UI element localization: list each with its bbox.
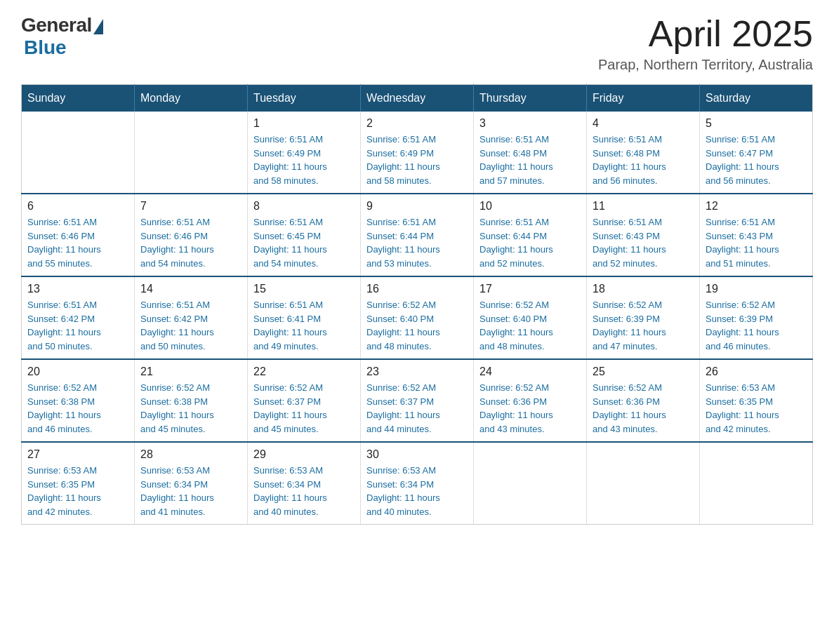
day-info: Sunrise: 6:52 AMSunset: 6:36 PMDaylight:… — [593, 381, 694, 436]
day-number: 7 — [140, 200, 241, 213]
day-info: Sunrise: 6:53 AMSunset: 6:34 PMDaylight:… — [366, 464, 468, 518]
calendar-cell: 18Sunrise: 6:52 AMSunset: 6:39 PMDayligh… — [587, 276, 700, 359]
calendar-cell — [22, 112, 135, 194]
logo: General Blue — [21, 14, 103, 59]
day-number: 13 — [27, 283, 128, 295]
day-info: Sunrise: 6:53 AMSunset: 6:34 PMDaylight:… — [253, 464, 355, 518]
calendar-cell: 16Sunrise: 6:52 AMSunset: 6:40 PMDayligh… — [361, 276, 474, 359]
calendar-cell: 9Sunrise: 6:51 AMSunset: 6:44 PMDaylight… — [361, 194, 474, 276]
calendar-cell — [587, 442, 700, 525]
day-number: 29 — [253, 448, 355, 461]
calendar-cell: 3Sunrise: 6:51 AMSunset: 6:48 PMDaylight… — [474, 112, 587, 194]
calendar-table: SundayMondayTuesdayWednesdayThursdayFrid… — [21, 84, 813, 525]
calendar-cell: 25Sunrise: 6:52 AMSunset: 6:36 PMDayligh… — [587, 359, 700, 442]
calendar-week-1: 1Sunrise: 6:51 AMSunset: 6:49 PMDaylight… — [22, 112, 813, 194]
day-info: Sunrise: 6:51 AMSunset: 6:41 PMDaylight:… — [253, 298, 355, 353]
calendar-cell: 7Sunrise: 6:51 AMSunset: 6:46 PMDaylight… — [135, 194, 248, 276]
calendar-cell: 21Sunrise: 6:52 AMSunset: 6:38 PMDayligh… — [135, 359, 248, 442]
day-number: 30 — [366, 448, 468, 461]
calendar-cell: 20Sunrise: 6:52 AMSunset: 6:38 PMDayligh… — [22, 359, 135, 442]
day-number: 6 — [27, 200, 128, 213]
logo-blue-text: Blue — [24, 36, 67, 59]
day-number: 2 — [366, 117, 468, 130]
calendar-cell: 17Sunrise: 6:52 AMSunset: 6:40 PMDayligh… — [474, 276, 587, 359]
day-number: 1 — [253, 117, 355, 130]
location-text: Parap, Northern Territory, Australia — [598, 57, 813, 73]
day-number: 28 — [140, 448, 241, 461]
calendar-cell: 1Sunrise: 6:51 AMSunset: 6:49 PMDaylight… — [248, 112, 361, 194]
calendar-cell: 4Sunrise: 6:51 AMSunset: 6:48 PMDaylight… — [587, 112, 700, 194]
day-info: Sunrise: 6:51 AMSunset: 6:44 PMDaylight:… — [479, 215, 581, 270]
calendar-cell — [474, 442, 587, 525]
page-header: General Blue April 2025 Parap, Northern … — [21, 14, 813, 73]
day-info: Sunrise: 6:52 AMSunset: 6:37 PMDaylight:… — [253, 381, 355, 436]
day-info: Sunrise: 6:53 AMSunset: 6:35 PMDaylight:… — [706, 381, 807, 436]
day-number: 24 — [479, 365, 581, 378]
day-number: 4 — [593, 117, 694, 130]
day-info: Sunrise: 6:51 AMSunset: 6:48 PMDaylight:… — [593, 133, 694, 187]
day-number: 26 — [706, 365, 807, 378]
day-number: 20 — [27, 365, 128, 378]
day-number: 21 — [140, 365, 241, 378]
day-number: 8 — [253, 200, 355, 213]
calendar-week-5: 27Sunrise: 6:53 AMSunset: 6:35 PMDayligh… — [22, 442, 813, 525]
day-number: 5 — [706, 117, 807, 130]
calendar-cell: 27Sunrise: 6:53 AMSunset: 6:35 PMDayligh… — [22, 442, 135, 525]
day-info: Sunrise: 6:52 AMSunset: 6:36 PMDaylight:… — [479, 381, 581, 436]
day-info: Sunrise: 6:51 AMSunset: 6:49 PMDaylight:… — [253, 133, 355, 187]
calendar-cell: 30Sunrise: 6:53 AMSunset: 6:34 PMDayligh… — [361, 442, 474, 525]
calendar-cell: 6Sunrise: 6:51 AMSunset: 6:46 PMDaylight… — [22, 194, 135, 276]
calendar-week-2: 6Sunrise: 6:51 AMSunset: 6:46 PMDaylight… — [22, 194, 813, 276]
calendar-cell: 19Sunrise: 6:52 AMSunset: 6:39 PMDayligh… — [700, 276, 813, 359]
calendar-cell: 28Sunrise: 6:53 AMSunset: 6:34 PMDayligh… — [135, 442, 248, 525]
day-header-thursday: Thursday — [474, 85, 587, 112]
calendar-cell: 2Sunrise: 6:51 AMSunset: 6:49 PMDaylight… — [361, 112, 474, 194]
day-info: Sunrise: 6:52 AMSunset: 6:39 PMDaylight:… — [706, 298, 807, 353]
calendar-cell: 29Sunrise: 6:53 AMSunset: 6:34 PMDayligh… — [248, 442, 361, 525]
calendar-header-row: SundayMondayTuesdayWednesdayThursdayFrid… — [22, 85, 813, 112]
calendar-cell — [135, 112, 248, 194]
day-header-sunday: Sunday — [22, 85, 135, 112]
day-info: Sunrise: 6:52 AMSunset: 6:40 PMDaylight:… — [479, 298, 581, 353]
day-number: 22 — [253, 365, 355, 378]
day-number: 12 — [706, 200, 807, 213]
day-header-tuesday: Tuesday — [248, 85, 361, 112]
day-number: 15 — [253, 283, 355, 295]
day-number: 10 — [479, 200, 581, 213]
day-number: 16 — [366, 283, 468, 295]
calendar-cell: 24Sunrise: 6:52 AMSunset: 6:36 PMDayligh… — [474, 359, 587, 442]
calendar-cell: 22Sunrise: 6:52 AMSunset: 6:37 PMDayligh… — [248, 359, 361, 442]
day-info: Sunrise: 6:52 AMSunset: 6:39 PMDaylight:… — [593, 298, 694, 353]
day-info: Sunrise: 6:51 AMSunset: 6:44 PMDaylight:… — [366, 215, 468, 270]
day-info: Sunrise: 6:51 AMSunset: 6:42 PMDaylight:… — [27, 298, 128, 353]
day-number: 9 — [366, 200, 468, 213]
day-info: Sunrise: 6:51 AMSunset: 6:48 PMDaylight:… — [479, 133, 581, 187]
day-info: Sunrise: 6:51 AMSunset: 6:42 PMDaylight:… — [140, 298, 241, 353]
day-info: Sunrise: 6:52 AMSunset: 6:38 PMDaylight:… — [140, 381, 241, 436]
day-number: 25 — [593, 365, 694, 378]
day-info: Sunrise: 6:52 AMSunset: 6:37 PMDaylight:… — [366, 381, 468, 436]
day-header-saturday: Saturday — [700, 85, 813, 112]
day-number: 19 — [706, 283, 807, 295]
calendar-cell: 10Sunrise: 6:51 AMSunset: 6:44 PMDayligh… — [474, 194, 587, 276]
day-info: Sunrise: 6:52 AMSunset: 6:38 PMDaylight:… — [27, 381, 128, 436]
day-number: 3 — [479, 117, 581, 130]
day-info: Sunrise: 6:51 AMSunset: 6:43 PMDaylight:… — [706, 215, 807, 270]
day-header-wednesday: Wednesday — [361, 85, 474, 112]
day-header-friday: Friday — [587, 85, 700, 112]
day-info: Sunrise: 6:51 AMSunset: 6:46 PMDaylight:… — [27, 215, 128, 270]
day-number: 23 — [366, 365, 468, 378]
day-info: Sunrise: 6:52 AMSunset: 6:40 PMDaylight:… — [366, 298, 468, 353]
calendar-week-4: 20Sunrise: 6:52 AMSunset: 6:38 PMDayligh… — [22, 359, 813, 442]
calendar-cell: 15Sunrise: 6:51 AMSunset: 6:41 PMDayligh… — [248, 276, 361, 359]
day-info: Sunrise: 6:53 AMSunset: 6:34 PMDaylight:… — [140, 464, 241, 518]
calendar-cell: 26Sunrise: 6:53 AMSunset: 6:35 PMDayligh… — [700, 359, 813, 442]
title-section: April 2025 Parap, Northern Territory, Au… — [598, 14, 813, 73]
calendar-cell: 5Sunrise: 6:51 AMSunset: 6:47 PMDaylight… — [700, 112, 813, 194]
day-number: 14 — [140, 283, 241, 295]
calendar-cell: 23Sunrise: 6:52 AMSunset: 6:37 PMDayligh… — [361, 359, 474, 442]
day-header-monday: Monday — [135, 85, 248, 112]
calendar-cell: 8Sunrise: 6:51 AMSunset: 6:45 PMDaylight… — [248, 194, 361, 276]
day-number: 27 — [27, 448, 128, 461]
day-info: Sunrise: 6:51 AMSunset: 6:45 PMDaylight:… — [253, 215, 355, 270]
